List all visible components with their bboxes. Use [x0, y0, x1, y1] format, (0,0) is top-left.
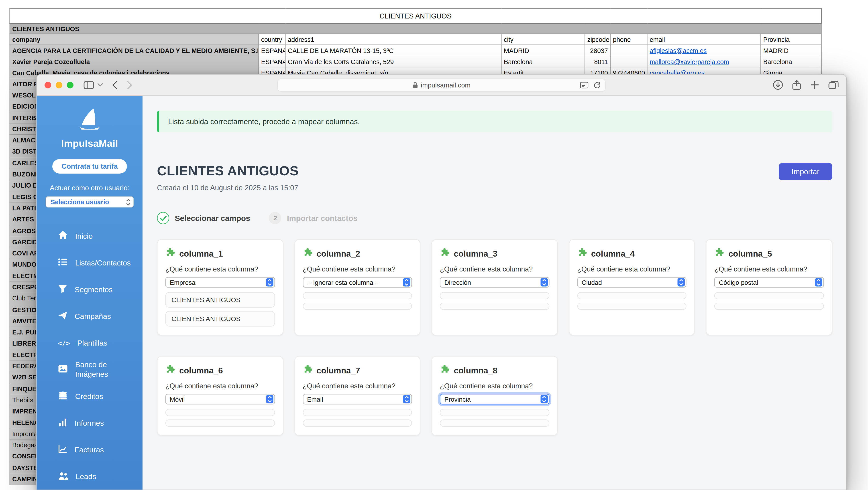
column-question: ¿Qué contiene esta columna? — [714, 265, 824, 273]
column-mapping-select[interactable]: Ciudad — [577, 277, 686, 288]
sidebar-item-leads[interactable]: Leads — [37, 463, 143, 490]
translate-icon[interactable] — [580, 82, 589, 89]
sidebar-item-campanas[interactable]: Campañas — [37, 303, 143, 330]
column-mapping-select[interactable]: Empresa — [165, 277, 275, 288]
puzzle-icon — [303, 248, 312, 259]
brand-logo-icon — [77, 108, 102, 132]
column-mapping-select[interactable]: Móvil — [165, 394, 275, 404]
column-header: email — [647, 34, 761, 45]
column-header-row: company country address1 city zipcode ph… — [10, 34, 822, 45]
image-icon — [58, 364, 68, 375]
column-mapping-select[interactable]: Email — [303, 394, 412, 404]
puzzle-icon — [440, 364, 450, 376]
select-stepper-icon — [403, 395, 410, 403]
step-label: Importar contactos — [287, 214, 358, 223]
puzzle-icon — [577, 248, 587, 259]
reload-icon[interactable] — [593, 81, 601, 89]
sidebar-item-label: Campañas — [74, 312, 111, 321]
sidebar-item-plantillas[interactable]: </> Plantillas — [37, 330, 143, 357]
chevron-down-icon[interactable] — [97, 83, 103, 87]
select-stepper-icon — [678, 278, 685, 287]
sidebar-item-segmentos[interactable]: Segmentos — [37, 276, 143, 303]
list-icon — [58, 257, 68, 269]
select-stepper-icon — [540, 278, 548, 287]
cell-country: ESPANA — [258, 56, 285, 67]
sidebar-item-facturas[interactable]: Facturas — [37, 437, 143, 463]
sample-value — [714, 303, 824, 310]
column-header: country — [258, 34, 285, 45]
back-button[interactable] — [112, 80, 118, 89]
share-button[interactable] — [792, 80, 801, 90]
cell-provincia: Barcelona — [761, 56, 822, 67]
check-icon — [157, 212, 169, 224]
column-question: ¿Qué contiene esta columna? — [577, 265, 686, 273]
column-name: columna_4 — [591, 249, 634, 258]
column-header: phone — [610, 34, 647, 45]
new-tab-button[interactable] — [810, 80, 820, 90]
cell-email-link[interactable]: mallorca@xavierpareja.com — [647, 56, 761, 67]
url-field[interactable]: impulsamail.com — [277, 78, 606, 92]
downloads-button[interactable] — [773, 80, 783, 90]
sidebar-item-banco-de-imagenes[interactable]: Banco de Imágenes — [37, 357, 143, 383]
import-button[interactable]: Importar — [779, 163, 832, 181]
select-stepper-icon — [266, 278, 273, 287]
column-header: zipcode — [585, 34, 610, 45]
line-chart-icon — [58, 444, 67, 456]
selected-option: Móvil — [166, 396, 266, 402]
column-card: columna_5 ¿Qué contiene esta columna? Có… — [706, 239, 832, 335]
sample-value: CLIENTES ANTIGUOS — [165, 292, 275, 308]
main-content: Lista subida correctamente, procede a ma… — [143, 96, 846, 490]
cell-company: Xavier Pareja Cozcolluela — [10, 56, 259, 67]
browser-titlebar: impulsamail.com — [37, 74, 846, 96]
merged-header-row: CLIENTES ANTIGUOS — [10, 24, 822, 34]
site-url: impulsamail.com — [421, 81, 470, 89]
column-card: columna_8 ¿Qué contiene esta columna? Pr… — [432, 356, 558, 436]
tab-overview-button[interactable] — [828, 80, 839, 90]
column-name: columna_8 — [454, 366, 497, 375]
column-mapping-select[interactable]: -- Ignorar esta columna -- — [303, 277, 412, 288]
column-name: columna_2 — [316, 249, 360, 258]
sidebar-item-informes[interactable]: Informes — [37, 410, 143, 437]
select-stepper-icon — [403, 278, 410, 287]
sample-value — [714, 292, 824, 299]
impulsamail-app: ImpulsaMail Contrata tu tarifa Actuar co… — [37, 96, 846, 490]
sheet-title-row: CLIENTES ANTIGUOS — [10, 9, 822, 24]
cell-address1: Gran Via de les Corts Catalanes, 529 — [285, 56, 501, 67]
sample-value — [440, 292, 549, 299]
user-select[interactable]: Selecciona usuario — [45, 196, 134, 207]
table-row: AGENCIA PARA LA CERTIFICACIÓN DE LA CALI… — [10, 45, 822, 56]
cell-phone — [610, 56, 647, 67]
sidebar-item-listas-contactos[interactable]: Listas/Contactos — [37, 250, 143, 276]
column-card: columna_6 ¿Qué contiene esta columna? Mó… — [157, 356, 283, 436]
column-question: ¿Qué contiene esta columna? — [440, 382, 549, 390]
sidebar-item-label: Informes — [74, 419, 104, 428]
puzzle-icon — [714, 248, 724, 259]
column-header: city — [501, 34, 585, 45]
forward-button[interactable] — [127, 80, 132, 89]
table-row: Xavier Pareja Cozcolluela ESPANA Gran Vi… — [10, 56, 822, 67]
zoom-window-button[interactable] — [67, 81, 73, 88]
column-name: columna_7 — [316, 366, 360, 375]
column-mapping-select[interactable]: Dirección — [440, 277, 549, 288]
column-mapping-select[interactable]: Provincia — [440, 394, 549, 404]
selected-option: Empresa — [166, 279, 266, 286]
minimize-window-button[interactable] — [56, 81, 62, 88]
sidebar-item-inicio[interactable]: Inicio — [37, 223, 143, 250]
sheet-title: CLIENTES ANTIGUOS — [10, 9, 822, 24]
sidebar-item-creditos[interactable]: Créditos — [37, 383, 143, 410]
brand-name: ImpulsaMail — [61, 138, 118, 150]
sidebar-toggle-icon[interactable] — [84, 80, 94, 89]
cell-email-link[interactable]: afiglesias@accm.es — [647, 45, 761, 56]
close-window-button[interactable] — [44, 81, 51, 88]
column-name: columna_3 — [454, 249, 497, 258]
column-question: ¿Qué contiene esta columna? — [303, 382, 412, 390]
code-icon: </> — [58, 339, 70, 348]
puzzle-icon — [165, 248, 175, 259]
sidebar-item-label: Segmentos — [74, 285, 113, 294]
puzzle-icon — [165, 364, 175, 376]
sample-value — [440, 303, 549, 310]
column-mapping-select[interactable]: Código postal — [714, 277, 824, 288]
sample-value — [440, 409, 549, 416]
cta-button[interactable]: Contrata tu tarifa — [52, 159, 127, 173]
success-alert: Lista subida correctamente, procede a ma… — [157, 111, 832, 133]
